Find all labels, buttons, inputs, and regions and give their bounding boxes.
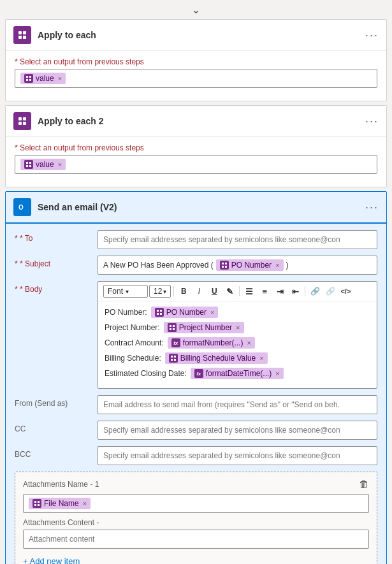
send-email-title: Send an email (V2) <box>38 202 365 212</box>
body-tag-1-close[interactable]: × <box>236 324 240 331</box>
font-select[interactable]: Font ▾ <box>103 285 148 298</box>
apply-to-each-header[interactable]: Apply to each ··· <box>6 20 386 51</box>
svg-rect-31 <box>171 359 173 361</box>
body-tag-4-close[interactable]: × <box>275 370 279 377</box>
bcc-label: BCC <box>15 446 98 465</box>
svg-rect-27 <box>170 328 171 330</box>
body-contract-amount-tag: fx formatNumber(...) × <box>168 337 255 349</box>
subject-suffix-text: ) <box>286 261 289 270</box>
cc-field-content <box>98 421 377 440</box>
bullet-list-btn[interactable]: ☰ <box>242 284 256 298</box>
body-tag-0-close[interactable]: × <box>210 308 214 316</box>
toolbar-divider-3 <box>305 286 305 296</box>
body-tag-3-close[interactable]: × <box>259 354 263 362</box>
body-editor: Font ▾ 12 ▾ B I U ✎ ☰ <box>98 281 377 389</box>
apply-to-each-2-card: Apply to each 2 ··· * Select an output f… <box>5 105 387 187</box>
cc-input[interactable] <box>98 421 377 440</box>
apply-to-each-2-header[interactable]: Apply to each 2 ··· <box>6 106 386 137</box>
subject-tag-close[interactable]: × <box>275 261 279 269</box>
tag-close-btn[interactable]: × <box>58 75 62 82</box>
attachments-header: Attachments Name - 1 🗑 <box>23 479 369 490</box>
tag-table-icon <box>24 74 33 83</box>
svg-rect-30 <box>174 356 176 358</box>
body-tag-2-icon: fx <box>171 338 180 347</box>
toolbar-divider-2 <box>239 286 240 296</box>
apply-to-each-menu[interactable]: ··· <box>365 29 379 42</box>
svg-rect-36 <box>38 504 40 506</box>
body-row-1: Project Number: <box>105 322 370 333</box>
unlink-btn[interactable]: 🔗 <box>323 284 337 298</box>
svg-rect-19 <box>222 266 224 268</box>
apply-to-each-2-tag-row[interactable]: value × <box>15 155 377 174</box>
apply-to-each-2-menu[interactable]: ··· <box>365 115 379 128</box>
body-project-number-tag: Project Number × <box>164 322 244 333</box>
body-tag-1-label: Project Number <box>179 323 232 332</box>
svg-rect-22 <box>160 310 162 312</box>
code-btn[interactable]: </> <box>338 284 352 298</box>
subject-tag-row[interactable]: A New PO Has Been Approved ( PO Number × <box>98 256 377 275</box>
apply-to-each-tag-row[interactable]: value × <box>15 69 377 88</box>
body-row-2-label: Contract Amount: <box>105 338 164 347</box>
apply-to-each-card: Apply to each ··· * Select an output fro… <box>5 19 387 101</box>
font-label: Font <box>108 287 123 296</box>
attach-tag-icon <box>33 499 41 508</box>
svg-rect-12 <box>26 162 28 164</box>
indent-btn[interactable]: ⇥ <box>273 284 287 298</box>
body-tag-0-icon <box>155 308 164 317</box>
svg-rect-5 <box>29 76 31 78</box>
italic-btn[interactable]: I <box>192 284 206 298</box>
attachments-name-tag-row[interactable]: File Name × <box>23 494 369 513</box>
bcc-input[interactable] <box>98 446 377 465</box>
from-label: From (Send as) <box>15 395 98 414</box>
body-content-area[interactable]: PO Number: PO <box>98 301 377 388</box>
body-row-3-label: Billing Schedule: <box>105 354 161 363</box>
send-email-card: O Send an email (V2) ··· * * To * * Subj… <box>5 191 387 564</box>
svg-rect-29 <box>171 356 173 358</box>
add-new-item-btn[interactable]: + Add new item <box>23 554 369 564</box>
svg-rect-28 <box>173 328 175 330</box>
send-email-menu[interactable]: ··· <box>365 201 379 214</box>
body-row-0: PO Number: PO <box>105 307 370 318</box>
attachments-content-label: Attachments Content - <box>23 518 369 527</box>
to-input[interactable] <box>98 230 377 249</box>
svg-rect-11 <box>23 122 26 125</box>
attachments-file-name-tag: File Name × <box>29 498 91 509</box>
body-field-row: * * Body Font ▾ 12 ▾ B <box>15 281 377 389</box>
svg-rect-35 <box>34 504 36 506</box>
svg-rect-2 <box>18 36 22 39</box>
body-row-4-label: Estimated Closing Date: <box>105 369 187 378</box>
svg-rect-15 <box>29 165 31 167</box>
svg-rect-8 <box>18 117 22 120</box>
svg-rect-25 <box>170 325 171 327</box>
toolbar-divider-1 <box>173 286 174 296</box>
body-tag-2-close[interactable]: × <box>247 339 250 347</box>
body-tag-4-icon: fx <box>194 369 203 378</box>
from-input[interactable] <box>98 395 377 414</box>
connector-arrow: ⌄ <box>0 0 392 19</box>
outdent-btn[interactable]: ⇤ <box>288 284 302 298</box>
body-billing-tag: Billing Schedule Value × <box>165 352 268 364</box>
svg-rect-33 <box>34 501 36 503</box>
size-select[interactable]: 12 ▾ <box>149 285 171 298</box>
underline-btn[interactable]: U <box>207 284 221 298</box>
body-row-1-label: Project Number: <box>105 323 160 332</box>
svg-rect-18 <box>225 263 227 264</box>
svg-rect-3 <box>23 36 26 39</box>
bold-btn[interactable]: B <box>177 284 191 298</box>
attach-file-name-close[interactable]: × <box>83 500 87 507</box>
number-list-btn[interactable]: ≡ <box>258 284 272 298</box>
svg-rect-24 <box>160 313 162 315</box>
apply-to-each-output-label: * Select an output from previous steps <box>15 57 377 66</box>
pen-btn[interactable]: ✎ <box>222 284 236 298</box>
size-drop-icon: ▾ <box>163 288 166 295</box>
body-row-0-label: PO Number: <box>105 308 147 317</box>
attachments-content-input[interactable] <box>23 530 369 549</box>
attach-delete-icon[interactable]: 🗑 <box>359 479 369 490</box>
send-email-icon: O <box>13 198 31 216</box>
tag2-close-btn[interactable]: × <box>58 161 62 168</box>
apply-to-each-icon <box>13 26 31 44</box>
send-email-body: * * To * * Subject A New PO Has Been App… <box>6 224 386 564</box>
send-email-header[interactable]: O Send an email (V2) ··· <box>6 192 386 224</box>
link-btn[interactable]: 🔗 <box>308 284 322 298</box>
apply-to-each-body: * Select an output from previous steps v… <box>6 51 386 101</box>
